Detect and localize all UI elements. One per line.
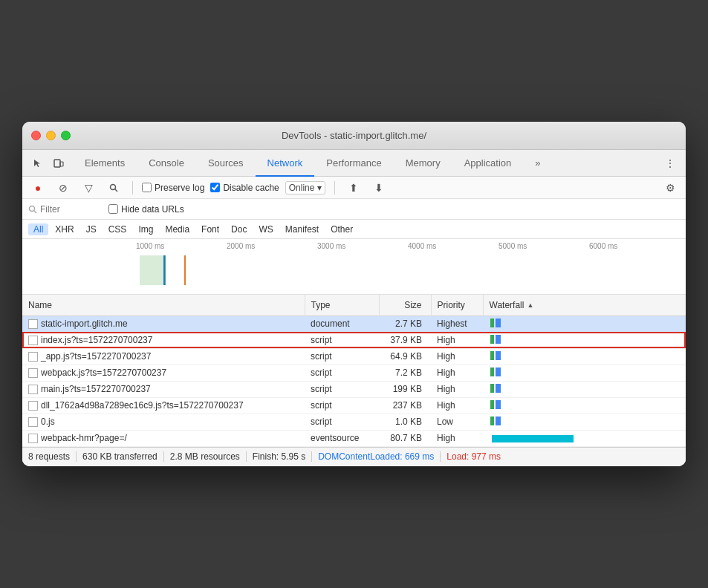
devtools-body: Elements Console Sources Network Perform… bbox=[22, 150, 686, 466]
table-row[interactable]: _app.js?ts=1572270700237script64.9 KBHig… bbox=[22, 348, 686, 365]
timeline-label-3000: 3000 ms bbox=[317, 242, 408, 250]
cell-size: 7.2 KB bbox=[379, 365, 431, 381]
cell-waterfall bbox=[483, 381, 686, 397]
record-button[interactable]: ● bbox=[28, 178, 48, 197]
timeline-label-6000: 6000 ms bbox=[589, 242, 680, 250]
device-toolbar-button[interactable] bbox=[49, 154, 68, 173]
minimize-button[interactable] bbox=[46, 131, 56, 140]
fullscreen-button[interactable] bbox=[61, 131, 71, 140]
waterfall-sort-icon: ▲ bbox=[527, 301, 533, 309]
cell-name: 0.js bbox=[22, 414, 305, 430]
cell-name: index.js?ts=1572270700237 bbox=[22, 332, 305, 348]
traffic-lights bbox=[31, 131, 71, 140]
filter-button[interactable]: ▽ bbox=[79, 178, 98, 197]
table-row[interactable]: 0.jsscript1.0 KBLow bbox=[22, 414, 686, 430]
status-bar: 8 requests 630 KB transferred 2.8 MB res… bbox=[22, 447, 686, 466]
tab-performance[interactable]: Performance bbox=[314, 151, 393, 177]
hide-data-urls-checkbox[interactable] bbox=[108, 204, 118, 214]
cell-priority: High bbox=[431, 381, 483, 397]
cell-priority: High bbox=[431, 430, 483, 446]
type-filter-ws[interactable]: WS bbox=[253, 223, 278, 235]
tab-console[interactable]: Console bbox=[137, 151, 196, 177]
tab-elements[interactable]: Elements bbox=[73, 151, 137, 177]
timeline-dcl-marker bbox=[140, 255, 166, 285]
hide-data-urls-label[interactable]: Hide data URLs bbox=[108, 204, 184, 215]
th-priority[interactable]: Priority bbox=[431, 295, 483, 316]
th-name[interactable]: Name bbox=[22, 295, 305, 316]
close-button[interactable] bbox=[31, 131, 41, 140]
more-options-button[interactable]: ⋮ bbox=[660, 154, 680, 173]
filter-icon bbox=[28, 205, 37, 214]
throttle-select[interactable]: Online ▾ bbox=[285, 181, 326, 195]
import-har-button[interactable]: ⬆ bbox=[344, 178, 363, 197]
cell-name: webpack-hmr?page=/ bbox=[22, 430, 305, 446]
cell-type: script bbox=[305, 381, 379, 397]
svg-rect-1 bbox=[60, 162, 63, 166]
cell-priority: High bbox=[431, 348, 483, 365]
type-filter-css[interactable]: CSS bbox=[103, 223, 132, 235]
tab-more[interactable]: » bbox=[523, 151, 552, 177]
cell-waterfall bbox=[483, 430, 686, 446]
type-filter-doc[interactable]: Doc bbox=[226, 223, 252, 235]
cell-name: dll_1762a4d98a7289ec16c9.js?ts=157227070… bbox=[22, 397, 305, 414]
cell-type: script bbox=[305, 365, 379, 381]
network-settings-button[interactable]: ⚙ bbox=[660, 178, 680, 197]
transferred-size: 630 KB transferred bbox=[82, 451, 157, 462]
type-filter-js[interactable]: JS bbox=[81, 223, 102, 235]
network-toolbar: ● ⊘ ▽ Preserve log Disable cache Online … bbox=[22, 177, 686, 199]
cell-name: static-import.glitch.me bbox=[22, 316, 305, 332]
preserve-log-checkbox[interactable] bbox=[142, 183, 152, 192]
type-filter-xhr[interactable]: XHR bbox=[50, 223, 79, 235]
timeline-section: 1000 ms 2000 ms 3000 ms 4000 ms 5000 ms … bbox=[22, 239, 686, 295]
clear-button[interactable]: ⊘ bbox=[53, 178, 73, 197]
cell-type: script bbox=[305, 332, 379, 348]
cell-priority: Low bbox=[431, 414, 483, 430]
cell-waterfall bbox=[483, 365, 686, 381]
type-filter-img[interactable]: Img bbox=[133, 223, 158, 235]
resources-size: 2.8 MB resources bbox=[170, 451, 240, 462]
svg-line-3 bbox=[115, 189, 117, 192]
finish-time: Finish: 5.95 s bbox=[253, 451, 305, 462]
type-filter-all[interactable]: All bbox=[28, 223, 48, 235]
tab-sources[interactable]: Sources bbox=[196, 151, 256, 177]
cell-priority: Highest bbox=[431, 316, 483, 332]
requests-table: Name Type Size Priority Waterfall ▲ sta bbox=[22, 295, 686, 447]
search-button[interactable] bbox=[104, 178, 123, 197]
type-filter-font[interactable]: Font bbox=[196, 223, 224, 235]
tab-network[interactable]: Network bbox=[256, 151, 315, 177]
type-filter-bar: All XHR JS CSS Img Media Font Doc WS Man… bbox=[22, 220, 686, 239]
cell-size: 1.0 KB bbox=[379, 414, 431, 430]
type-filter-media[interactable]: Media bbox=[160, 223, 195, 235]
table-header-row: Name Type Size Priority Waterfall ▲ bbox=[22, 295, 686, 316]
cursor-tool-button[interactable] bbox=[28, 154, 48, 173]
table-row[interactable]: webpack-hmr?page=/eventsource80.7 KBHigh bbox=[22, 430, 686, 446]
disable-cache-label[interactable]: Disable cache bbox=[210, 183, 279, 193]
preserve-log-label[interactable]: Preserve log bbox=[142, 183, 204, 193]
cell-priority: High bbox=[431, 332, 483, 348]
th-size[interactable]: Size bbox=[379, 295, 431, 316]
table-row[interactable]: dll_1762a4d98a7289ec16c9.js?ts=157227070… bbox=[22, 397, 686, 414]
table-row[interactable]: index.js?ts=1572270700237script37.9 KBHi… bbox=[22, 332, 686, 348]
cell-type: script bbox=[305, 397, 379, 414]
devtools-window: DevTools - static-import.glitch.me/ Elem… bbox=[22, 122, 686, 466]
table-row[interactable]: webpack.js?ts=1572270700237script7.2 KBH… bbox=[22, 365, 686, 381]
tab-application[interactable]: Application bbox=[452, 151, 524, 177]
tab-memory[interactable]: Memory bbox=[394, 151, 452, 177]
th-type[interactable]: Type bbox=[305, 295, 379, 316]
cell-size: 64.9 KB bbox=[379, 348, 431, 365]
filter-input[interactable] bbox=[40, 204, 100, 215]
cell-waterfall bbox=[483, 348, 686, 365]
timeline-load-marker bbox=[184, 255, 186, 285]
th-waterfall[interactable]: Waterfall ▲ bbox=[483, 295, 686, 316]
table-row[interactable]: static-import.glitch.medocument2.7 KBHig… bbox=[22, 316, 686, 332]
timeline-label-5000: 5000 ms bbox=[498, 242, 589, 250]
svg-line-5 bbox=[34, 211, 36, 213]
cell-name: _app.js?ts=1572270700237 bbox=[22, 348, 305, 365]
timeline-blue-marker bbox=[163, 255, 165, 285]
titlebar: DevTools - static-import.glitch.me/ bbox=[22, 122, 686, 150]
type-filter-manifest[interactable]: Manifest bbox=[280, 223, 324, 235]
disable-cache-checkbox[interactable] bbox=[210, 183, 220, 192]
export-har-button[interactable]: ⬇ bbox=[369, 178, 389, 197]
type-filter-other[interactable]: Other bbox=[325, 223, 358, 235]
table-row[interactable]: main.js?ts=1572270700237script199 KBHigh bbox=[22, 381, 686, 397]
